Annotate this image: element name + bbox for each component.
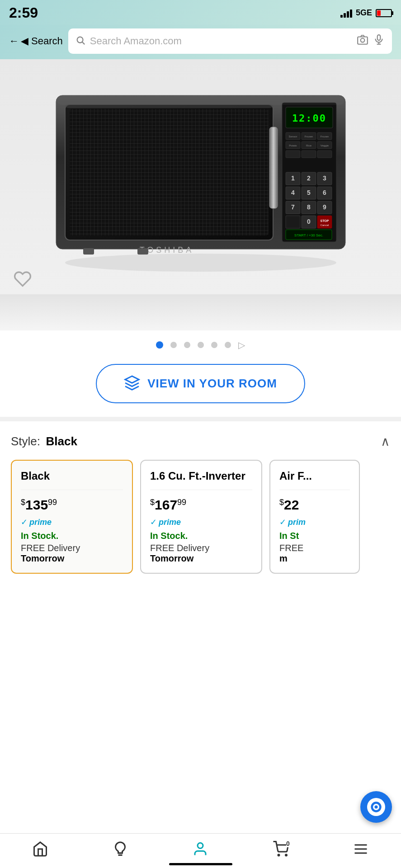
battery-icon — [376, 9, 392, 17]
dot-4[interactable] — [198, 342, 204, 348]
style-cards-container: Black $13599 ✓ prime In Stock. FREE Deli… — [11, 460, 390, 578]
svg-point-68 — [278, 854, 279, 856]
svg-text:9: 9 — [323, 203, 326, 211]
menu-icon — [353, 841, 369, 857]
svg-text:STOP: STOP — [320, 219, 329, 222]
dot-2[interactable] — [170, 342, 177, 348]
collapse-icon[interactable]: ∧ — [381, 434, 390, 449]
search-placeholder[interactable]: Search Amazon.com — [90, 35, 352, 47]
dot-6[interactable] — [225, 342, 231, 348]
pagination-dots: ▷ — [0, 330, 401, 359]
image-reflection — [0, 294, 401, 330]
free-delivery-black: FREE Delivery — [21, 543, 123, 553]
lightbulb-icon — [112, 841, 128, 857]
nav-inspire[interactable] — [112, 841, 128, 857]
nav-home[interactable] — [32, 841, 48, 857]
svg-text:5: 5 — [307, 189, 311, 196]
card-title-black: Black — [21, 470, 123, 490]
nav-bar: ← ◀ Search Search Amazon.com — [0, 25, 401, 59]
signal-bars-icon — [340, 9, 352, 18]
alexa-inner — [367, 798, 385, 816]
microphone-icon[interactable] — [373, 34, 385, 48]
in-stock-black: In Stock. — [21, 531, 123, 541]
status-time: 2:59 — [9, 5, 38, 21]
svg-text:1: 1 — [291, 175, 295, 182]
svg-rect-51 — [286, 216, 300, 228]
alexa-icon — [370, 801, 382, 813]
dot-5[interactable] — [211, 342, 217, 348]
svg-text:6: 6 — [323, 189, 326, 196]
free-delivery-air: FREE — [279, 543, 350, 553]
svg-point-0 — [77, 37, 83, 43]
svg-text:4: 4 — [291, 189, 295, 196]
prime-logo-inverter: ✓ prime — [150, 517, 252, 527]
svg-text:8: 8 — [307, 203, 311, 211]
product-image-section: 12:00 Sensor Frozen Frozen Potato Rice V… — [0, 59, 401, 330]
back-arrow-icon: ← — [9, 35, 19, 47]
style-card-air[interactable]: Air F... $22 ✓ prim In St FREE m — [269, 460, 360, 574]
home-indicator — [169, 863, 232, 865]
search-bar[interactable]: Search Amazon.com — [68, 28, 392, 54]
back-button[interactable]: ← ◀ Search — [9, 35, 63, 47]
style-value: Black — [46, 434, 77, 448]
svg-rect-4 — [377, 35, 381, 40]
view-in-room-button[interactable]: VIEW IN YOUR ROOM — [96, 364, 305, 403]
microwave-image: 12:00 Sensor Frozen Frozen Potato Rice V… — [47, 82, 354, 272]
svg-point-67 — [198, 843, 203, 849]
wishlist-button[interactable] — [14, 270, 32, 292]
card-price-black: $13599 — [21, 497, 123, 513]
microwave-svg: 12:00 Sensor Frozen Frozen Potato Rice V… — [47, 82, 354, 272]
battery-fill — [377, 10, 381, 16]
svg-text:START / +30 Sec.: START / +30 Sec. — [294, 233, 323, 237]
svg-text:7: 7 — [291, 203, 295, 211]
delivery-day-black: Tomorrow — [21, 553, 123, 564]
svg-line-1 — [82, 42, 85, 44]
svg-text:Frozen: Frozen — [304, 135, 313, 138]
svg-text:Potato: Potato — [289, 144, 297, 147]
card-title-inverter: 1.6 Cu. Ft.-Inverter — [150, 470, 252, 490]
view-room-section: VIEW IN YOUR ROOM — [0, 359, 401, 417]
in-stock-air: In St — [279, 531, 350, 541]
signal-5ge-label: 5GE — [356, 8, 372, 18]
svg-rect-32 — [317, 151, 332, 158]
delivery-day-air: m — [279, 553, 350, 564]
svg-text:0: 0 — [307, 218, 311, 225]
style-card-inverter[interactable]: 1.6 Cu. Ft.-Inverter $16799 ✓ prime In S… — [140, 460, 262, 574]
ar-icon — [124, 375, 140, 392]
dot-3[interactable] — [184, 342, 190, 348]
alexa-button[interactable] — [360, 791, 392, 823]
svg-text:Frozen: Frozen — [320, 135, 329, 138]
svg-rect-13 — [65, 104, 273, 108]
section-divider — [0, 417, 401, 421]
svg-text:Sensor: Sensor — [288, 135, 297, 138]
svg-point-63 — [65, 254, 336, 272]
status-icons: 5GE — [340, 8, 392, 18]
style-card-black[interactable]: Black $13599 ✓ prime In Stock. FREE Deli… — [11, 460, 133, 574]
nav-cart[interactable]: 0 — [273, 841, 289, 857]
svg-rect-60 — [83, 248, 94, 255]
svg-point-3 — [361, 38, 365, 42]
home-icon — [32, 841, 48, 857]
svg-text:3: 3 — [323, 175, 326, 182]
style-header: Style: Black ∧ — [11, 434, 390, 449]
nav-menu[interactable] — [353, 841, 369, 857]
svg-point-69 — [285, 854, 287, 856]
back-label: ◀ Search — [21, 35, 63, 47]
camera-search-icon[interactable] — [357, 34, 368, 48]
svg-text:Cancel: Cancel — [320, 224, 329, 226]
svg-rect-14 — [269, 127, 278, 208]
status-bar: 2:59 5GE — [0, 0, 401, 25]
prime-logo-air: ✓ prim — [279, 517, 350, 527]
search-icon — [75, 35, 85, 47]
svg-rect-31 — [302, 151, 316, 158]
delivery-day-inverter: Tomorrow — [150, 553, 252, 564]
svg-rect-30 — [286, 151, 300, 158]
next-image-arrow[interactable]: ▷ — [238, 340, 245, 350]
in-stock-inverter: In Stock. — [150, 531, 252, 541]
card-price-inverter: $16799 — [150, 497, 252, 513]
free-delivery-inverter: FREE Delivery — [150, 543, 252, 553]
dot-1[interactable] — [156, 341, 163, 349]
card-title-air: Air F... — [279, 470, 350, 490]
nav-account[interactable] — [192, 841, 208, 857]
svg-text:Veggie: Veggie — [320, 144, 329, 147]
